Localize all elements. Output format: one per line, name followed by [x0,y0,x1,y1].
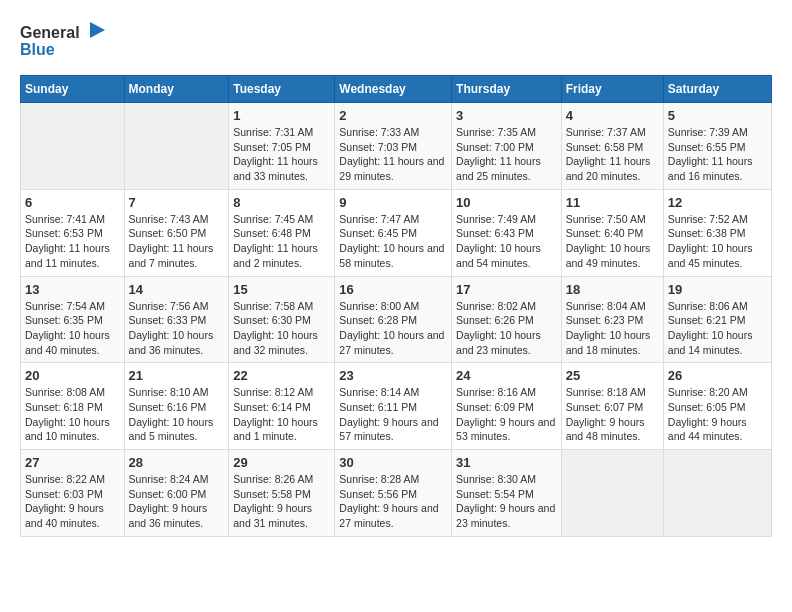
day-number: 5 [668,108,767,123]
day-info: Sunrise: 8:04 AM Sunset: 6:23 PM Dayligh… [566,299,659,358]
day-info: Sunrise: 7:31 AM Sunset: 7:05 PM Dayligh… [233,125,330,184]
day-number: 31 [456,455,557,470]
day-info: Sunrise: 7:45 AM Sunset: 6:48 PM Dayligh… [233,212,330,271]
day-number: 30 [339,455,447,470]
day-number: 6 [25,195,120,210]
calendar-cell [124,103,229,190]
weekday-header: Sunday [21,76,125,103]
day-number: 7 [129,195,225,210]
day-number: 13 [25,282,120,297]
day-number: 12 [668,195,767,210]
day-number: 25 [566,368,659,383]
calendar-cell: 20Sunrise: 8:08 AM Sunset: 6:18 PM Dayli… [21,363,125,450]
day-info: Sunrise: 7:58 AM Sunset: 6:30 PM Dayligh… [233,299,330,358]
calendar-cell: 11Sunrise: 7:50 AM Sunset: 6:40 PM Dayli… [561,189,663,276]
day-number: 24 [456,368,557,383]
calendar-cell: 7Sunrise: 7:43 AM Sunset: 6:50 PM Daylig… [124,189,229,276]
day-number: 3 [456,108,557,123]
day-info: Sunrise: 7:39 AM Sunset: 6:55 PM Dayligh… [668,125,767,184]
calendar-cell: 9Sunrise: 7:47 AM Sunset: 6:45 PM Daylig… [335,189,452,276]
svg-text:General: General [20,24,80,41]
calendar-cell: 1Sunrise: 7:31 AM Sunset: 7:05 PM Daylig… [229,103,335,190]
calendar-cell [561,450,663,537]
day-number: 1 [233,108,330,123]
calendar-week-row: 1Sunrise: 7:31 AM Sunset: 7:05 PM Daylig… [21,103,772,190]
day-info: Sunrise: 7:47 AM Sunset: 6:45 PM Dayligh… [339,212,447,271]
day-number: 15 [233,282,330,297]
calendar-cell: 17Sunrise: 8:02 AM Sunset: 6:26 PM Dayli… [452,276,562,363]
day-info: Sunrise: 7:33 AM Sunset: 7:03 PM Dayligh… [339,125,447,184]
day-info: Sunrise: 7:35 AM Sunset: 7:00 PM Dayligh… [456,125,557,184]
calendar-cell: 22Sunrise: 8:12 AM Sunset: 6:14 PM Dayli… [229,363,335,450]
logo-svg: GeneralBlue [20,20,110,60]
calendar-cell: 31Sunrise: 8:30 AM Sunset: 5:54 PM Dayli… [452,450,562,537]
calendar-cell: 8Sunrise: 7:45 AM Sunset: 6:48 PM Daylig… [229,189,335,276]
calendar-cell: 5Sunrise: 7:39 AM Sunset: 6:55 PM Daylig… [663,103,771,190]
day-info: Sunrise: 8:08 AM Sunset: 6:18 PM Dayligh… [25,385,120,444]
calendar-cell: 13Sunrise: 7:54 AM Sunset: 6:35 PM Dayli… [21,276,125,363]
svg-text:Blue: Blue [20,41,55,58]
day-info: Sunrise: 8:00 AM Sunset: 6:28 PM Dayligh… [339,299,447,358]
day-number: 4 [566,108,659,123]
calendar-cell: 3Sunrise: 7:35 AM Sunset: 7:00 PM Daylig… [452,103,562,190]
day-info: Sunrise: 7:56 AM Sunset: 6:33 PM Dayligh… [129,299,225,358]
day-number: 10 [456,195,557,210]
day-info: Sunrise: 8:14 AM Sunset: 6:11 PM Dayligh… [339,385,447,444]
day-info: Sunrise: 8:22 AM Sunset: 6:03 PM Dayligh… [25,472,120,531]
day-info: Sunrise: 7:50 AM Sunset: 6:40 PM Dayligh… [566,212,659,271]
day-info: Sunrise: 8:10 AM Sunset: 6:16 PM Dayligh… [129,385,225,444]
day-number: 21 [129,368,225,383]
calendar-cell: 29Sunrise: 8:26 AM Sunset: 5:58 PM Dayli… [229,450,335,537]
day-number: 27 [25,455,120,470]
day-info: Sunrise: 8:16 AM Sunset: 6:09 PM Dayligh… [456,385,557,444]
weekday-header: Friday [561,76,663,103]
page-header: GeneralBlue [20,20,772,60]
weekday-header: Thursday [452,76,562,103]
calendar-cell: 15Sunrise: 7:58 AM Sunset: 6:30 PM Dayli… [229,276,335,363]
calendar-week-row: 13Sunrise: 7:54 AM Sunset: 6:35 PM Dayli… [21,276,772,363]
day-info: Sunrise: 8:28 AM Sunset: 5:56 PM Dayligh… [339,472,447,531]
calendar-cell: 27Sunrise: 8:22 AM Sunset: 6:03 PM Dayli… [21,450,125,537]
weekday-header: Tuesday [229,76,335,103]
day-info: Sunrise: 8:18 AM Sunset: 6:07 PM Dayligh… [566,385,659,444]
day-info: Sunrise: 8:20 AM Sunset: 6:05 PM Dayligh… [668,385,767,444]
calendar-cell: 25Sunrise: 8:18 AM Sunset: 6:07 PM Dayli… [561,363,663,450]
day-number: 16 [339,282,447,297]
weekday-header: Saturday [663,76,771,103]
day-number: 8 [233,195,330,210]
calendar-cell: 6Sunrise: 7:41 AM Sunset: 6:53 PM Daylig… [21,189,125,276]
calendar-table: SundayMondayTuesdayWednesdayThursdayFrid… [20,75,772,537]
calendar-cell: 21Sunrise: 8:10 AM Sunset: 6:16 PM Dayli… [124,363,229,450]
calendar-cell: 30Sunrise: 8:28 AM Sunset: 5:56 PM Dayli… [335,450,452,537]
day-info: Sunrise: 8:26 AM Sunset: 5:58 PM Dayligh… [233,472,330,531]
day-number: 23 [339,368,447,383]
day-info: Sunrise: 8:24 AM Sunset: 6:00 PM Dayligh… [129,472,225,531]
calendar-cell: 24Sunrise: 8:16 AM Sunset: 6:09 PM Dayli… [452,363,562,450]
calendar-cell: 12Sunrise: 7:52 AM Sunset: 6:38 PM Dayli… [663,189,771,276]
weekday-header: Monday [124,76,229,103]
day-number: 14 [129,282,225,297]
day-info: Sunrise: 7:54 AM Sunset: 6:35 PM Dayligh… [25,299,120,358]
day-info: Sunrise: 8:06 AM Sunset: 6:21 PM Dayligh… [668,299,767,358]
calendar-cell [663,450,771,537]
day-number: 28 [129,455,225,470]
calendar-cell: 28Sunrise: 8:24 AM Sunset: 6:00 PM Dayli… [124,450,229,537]
day-info: Sunrise: 8:02 AM Sunset: 6:26 PM Dayligh… [456,299,557,358]
calendar-cell: 10Sunrise: 7:49 AM Sunset: 6:43 PM Dayli… [452,189,562,276]
calendar-cell: 18Sunrise: 8:04 AM Sunset: 6:23 PM Dayli… [561,276,663,363]
weekday-header: Wednesday [335,76,452,103]
calendar-cell: 23Sunrise: 8:14 AM Sunset: 6:11 PM Dayli… [335,363,452,450]
calendar-cell: 26Sunrise: 8:20 AM Sunset: 6:05 PM Dayli… [663,363,771,450]
day-number: 2 [339,108,447,123]
calendar-cell: 16Sunrise: 8:00 AM Sunset: 6:28 PM Dayli… [335,276,452,363]
day-number: 22 [233,368,330,383]
day-number: 18 [566,282,659,297]
day-number: 19 [668,282,767,297]
calendar-cell [21,103,125,190]
calendar-week-row: 27Sunrise: 8:22 AM Sunset: 6:03 PM Dayli… [21,450,772,537]
calendar-cell: 14Sunrise: 7:56 AM Sunset: 6:33 PM Dayli… [124,276,229,363]
day-number: 11 [566,195,659,210]
day-number: 17 [456,282,557,297]
day-info: Sunrise: 7:43 AM Sunset: 6:50 PM Dayligh… [129,212,225,271]
day-info: Sunrise: 7:49 AM Sunset: 6:43 PM Dayligh… [456,212,557,271]
